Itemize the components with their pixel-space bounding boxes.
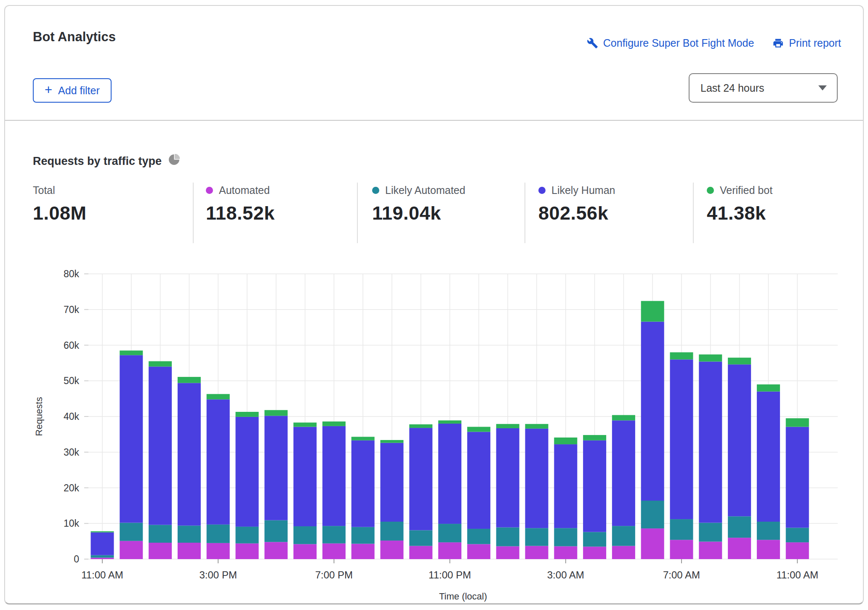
- bar-segment-automated[interactable]: [641, 528, 664, 559]
- bar-segment-automated[interactable]: [757, 540, 780, 559]
- bar-segment-verified-bot[interactable]: [293, 422, 317, 427]
- bar-segment-likely-human[interactable]: [757, 392, 780, 522]
- requests-by-traffic-type-chart[interactable]: 010k20k30k40k50k60k70k80k11:00 AM3:00 PM…: [0, 244, 868, 606]
- bar-segment-likely-human[interactable]: [554, 444, 577, 528]
- bar-segment-likely-human[interactable]: [612, 420, 635, 526]
- bar-segment-likely-automated[interactable]: [120, 523, 143, 541]
- bar-segment-verified-bot[interactable]: [409, 424, 432, 428]
- bar-segment-likely-human[interactable]: [120, 355, 143, 522]
- bar-segment-likely-human[interactable]: [583, 440, 606, 532]
- bar-segment-likely-human[interactable]: [236, 417, 259, 527]
- bar-segment-automated[interactable]: [293, 544, 317, 559]
- bar-segment-verified-bot[interactable]: [467, 427, 490, 432]
- bar-segment-verified-bot[interactable]: [351, 437, 375, 440]
- bar-segment-verified-bot[interactable]: [670, 352, 693, 359]
- bar-segment-verified-bot[interactable]: [612, 415, 635, 421]
- bar-segment-likely-human[interactable]: [699, 361, 722, 522]
- bar-segment-likely-automated[interactable]: [351, 527, 375, 544]
- bar-segment-verified-bot[interactable]: [525, 424, 548, 429]
- bar-segment-likely-human[interactable]: [322, 426, 346, 526]
- bar-segment-automated[interactable]: [207, 543, 230, 559]
- bar-segment-verified-bot[interactable]: [757, 385, 780, 392]
- bar-segment-likely-automated[interactable]: [496, 528, 519, 546]
- bar-segment-likely-automated[interactable]: [409, 530, 432, 546]
- bar-segment-automated[interactable]: [496, 546, 519, 559]
- bar-segment-likely-human[interactable]: [438, 424, 461, 524]
- bar-segment-verified-bot[interactable]: [699, 355, 722, 362]
- bar-segment-likely-human[interactable]: [178, 383, 201, 525]
- bar-segment-likely-automated[interactable]: [381, 522, 404, 541]
- bar-segment-likely-automated[interactable]: [757, 522, 780, 540]
- bar-segment-likely-automated[interactable]: [91, 555, 114, 558]
- bar-segment-likely-automated[interactable]: [467, 529, 490, 544]
- bar-segment-likely-automated[interactable]: [554, 528, 577, 546]
- bar-segment-likely-human[interactable]: [786, 427, 809, 528]
- bar-segment-likely-automated[interactable]: [641, 501, 664, 528]
- add-filter-button[interactable]: + Add filter: [33, 78, 112, 103]
- bar-segment-likely-automated[interactable]: [178, 525, 201, 543]
- bar-segment-verified-bot[interactable]: [641, 301, 664, 321]
- bar-segment-likely-human[interactable]: [409, 428, 432, 530]
- bar-segment-likely-automated[interactable]: [670, 519, 693, 540]
- bar-segment-verified-bot[interactable]: [91, 531, 114, 533]
- configure-super-bot-fight-mode-link[interactable]: Configure Super Bot Fight Mode: [587, 37, 754, 49]
- bar-segment-automated[interactable]: [91, 558, 114, 559]
- bar-segment-likely-automated[interactable]: [699, 523, 722, 542]
- bar-segment-likely-human[interactable]: [670, 359, 693, 519]
- bar-segment-verified-bot[interactable]: [120, 350, 143, 355]
- bar-segment-likely-automated[interactable]: [207, 525, 230, 543]
- bar-segment-verified-bot[interactable]: [207, 394, 230, 400]
- bar-segment-verified-bot[interactable]: [583, 435, 606, 440]
- bar-segment-likely-human[interactable]: [525, 429, 548, 528]
- bar-segment-verified-bot[interactable]: [149, 361, 172, 367]
- bar-segment-likely-automated[interactable]: [728, 516, 751, 538]
- bar-segment-likely-automated[interactable]: [264, 520, 288, 542]
- bar-segment-automated[interactable]: [351, 544, 375, 559]
- bar-segment-likely-automated[interactable]: [236, 527, 259, 544]
- bar-segment-verified-bot[interactable]: [786, 418, 809, 427]
- bar-segment-likely-automated[interactable]: [322, 526, 346, 544]
- bar-segment-automated[interactable]: [554, 546, 577, 559]
- bar-segment-verified-bot[interactable]: [178, 377, 201, 383]
- bar-segment-likely-automated[interactable]: [525, 528, 548, 546]
- bar-segment-likely-human[interactable]: [207, 399, 230, 524]
- bar-segment-likely-human[interactable]: [641, 322, 664, 501]
- bar-segment-likely-human[interactable]: [91, 532, 114, 555]
- bar-segment-automated[interactable]: [322, 544, 346, 559]
- bar-segment-likely-automated[interactable]: [612, 526, 635, 546]
- bar-segment-verified-bot[interactable]: [554, 438, 577, 444]
- bar-segment-likely-human[interactable]: [351, 440, 375, 527]
- print-report-link[interactable]: Print report: [772, 37, 841, 49]
- bar-segment-automated[interactable]: [728, 538, 751, 559]
- bar-segment-likely-human[interactable]: [293, 427, 317, 526]
- bar-segment-likely-human[interactable]: [496, 428, 519, 528]
- bar-segment-automated[interactable]: [583, 546, 606, 559]
- bar-segment-automated[interactable]: [438, 542, 461, 559]
- bar-segment-likely-human[interactable]: [149, 366, 172, 525]
- bar-segment-automated[interactable]: [670, 540, 693, 559]
- bar-segment-likely-automated[interactable]: [786, 528, 809, 542]
- time-range-dropdown[interactable]: Last 24 hours: [689, 73, 838, 103]
- bar-segment-automated[interactable]: [467, 544, 490, 559]
- bar-segment-automated[interactable]: [612, 546, 635, 559]
- bar-segment-likely-automated[interactable]: [438, 524, 461, 542]
- bar-segment-likely-human[interactable]: [264, 416, 288, 520]
- bar-segment-likely-automated[interactable]: [583, 532, 606, 547]
- bar-segment-automated[interactable]: [525, 546, 548, 559]
- bar-segment-likely-automated[interactable]: [293, 526, 317, 544]
- bar-segment-automated[interactable]: [264, 542, 288, 559]
- bar-segment-verified-bot[interactable]: [322, 422, 346, 426]
- bar-segment-verified-bot[interactable]: [381, 440, 404, 443]
- bar-segment-automated[interactable]: [178, 543, 201, 559]
- bar-segment-verified-bot[interactable]: [236, 412, 259, 417]
- bar-segment-automated[interactable]: [120, 541, 143, 559]
- bar-segment-automated[interactable]: [149, 543, 172, 559]
- bar-segment-verified-bot[interactable]: [438, 420, 461, 424]
- bar-segment-automated[interactable]: [381, 541, 404, 559]
- bar-segment-verified-bot[interactable]: [264, 410, 288, 416]
- bar-segment-verified-bot[interactable]: [728, 358, 751, 364]
- bar-segment-automated[interactable]: [786, 542, 809, 559]
- bar-segment-likely-human[interactable]: [381, 443, 404, 522]
- bar-segment-automated[interactable]: [409, 546, 432, 559]
- bar-segment-likely-automated[interactable]: [149, 525, 172, 543]
